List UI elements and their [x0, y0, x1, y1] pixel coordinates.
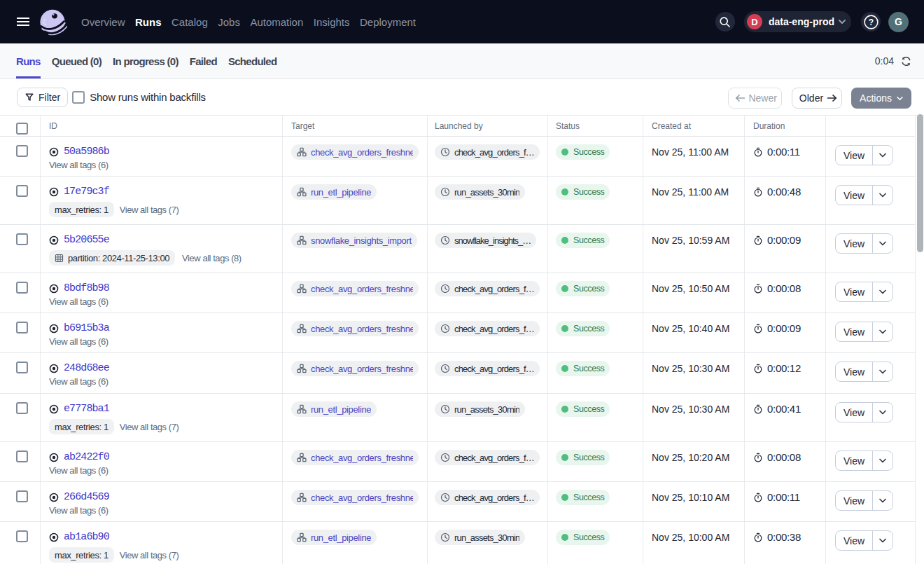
- svg-text:?: ?: [868, 17, 873, 27]
